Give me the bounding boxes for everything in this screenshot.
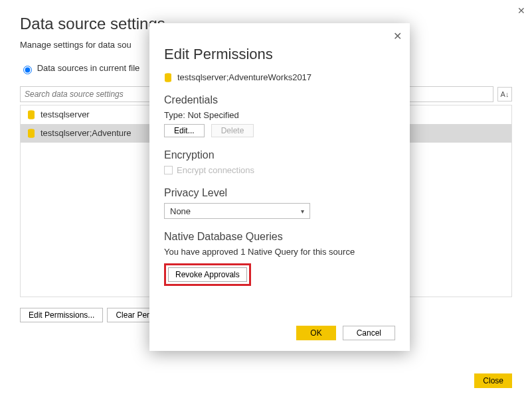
dialog-title: Edit Permissions	[164, 46, 395, 63]
encrypt-checkbox	[164, 166, 173, 174]
encryption-heading: Encryption	[164, 149, 395, 161]
native-queries-heading: Native Database Queries	[164, 231, 395, 243]
encrypt-checkbox-row: Encrypt connections	[164, 165, 395, 175]
sort-button[interactable]: A↓	[497, 87, 512, 101]
credentials-delete-button: Delete	[211, 124, 254, 137]
native-queries-message: You have approved 1 Native Query for thi…	[164, 247, 395, 257]
privacy-heading: Privacy Level	[164, 187, 395, 199]
database-icon	[27, 110, 35, 119]
encrypt-checkbox-label: Encrypt connections	[177, 165, 254, 175]
scope-current-file-radio[interactable]: Data sources in current file	[20, 63, 139, 73]
dialog-datasource-name: testsqlserver;AdventureWorks2017	[177, 72, 311, 82]
revoke-highlight: Revoke Approvals	[164, 263, 251, 286]
chevron-down-icon: ▾	[301, 208, 304, 215]
database-icon	[164, 73, 172, 82]
close-button[interactable]: Close	[474, 373, 512, 388]
edit-permissions-button[interactable]: Edit Permissions...	[20, 308, 103, 322]
cancel-button[interactable]: Cancel	[343, 326, 395, 340]
privacy-level-select[interactable]: None ▾	[164, 203, 310, 219]
credentials-edit-button[interactable]: Edit...	[164, 124, 205, 137]
revoke-approvals-button[interactable]: Revoke Approvals	[168, 267, 247, 282]
ok-button[interactable]: OK	[296, 326, 335, 340]
database-icon	[27, 129, 35, 138]
outer-close-icon[interactable]: ✕	[517, 5, 525, 16]
list-item-label: testsqlserver	[41, 109, 90, 119]
scope-radio-input[interactable]	[23, 66, 32, 74]
dialog-datasource-line: testsqlserver;AdventureWorks2017	[164, 72, 395, 82]
credentials-type: Type: Not Specified	[164, 110, 395, 120]
scope-radio-label: Data sources in current file	[37, 63, 140, 73]
privacy-level-value: None	[170, 206, 191, 216]
list-item-label: testsqlserver;Adventure	[41, 128, 132, 138]
dialog-close-icon[interactable]: ✕	[393, 30, 402, 42]
credentials-heading: Credentials	[164, 94, 395, 106]
edit-permissions-dialog: ✕ Edit Permissions testsqlserver;Adventu…	[149, 23, 410, 351]
